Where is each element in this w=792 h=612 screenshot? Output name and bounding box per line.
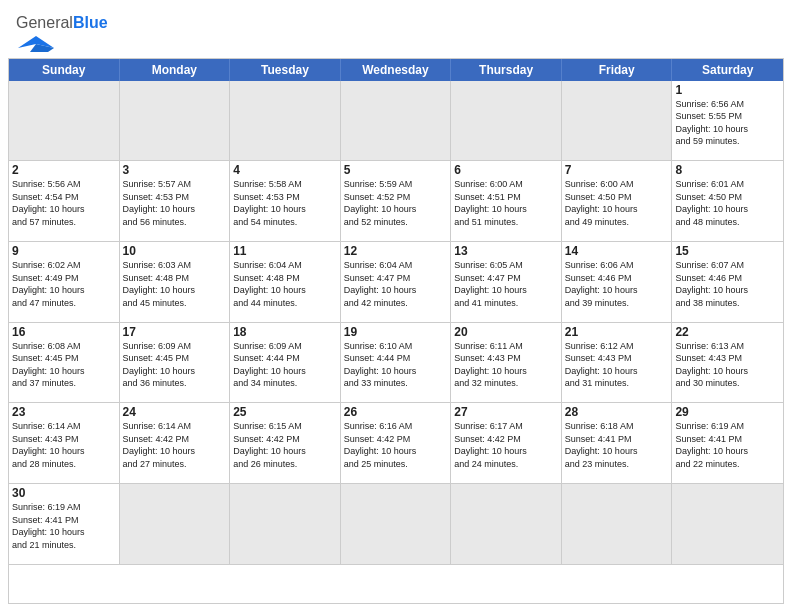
day-cell-13: 13Sunrise: 6:05 AMSunset: 4:47 PMDayligh… (451, 242, 562, 323)
day-cell-5: 5Sunrise: 5:59 AMSunset: 4:52 PMDaylight… (341, 161, 452, 242)
day-cell-23: 23Sunrise: 6:14 AMSunset: 4:43 PMDayligh… (9, 403, 120, 484)
empty-cell (120, 484, 231, 565)
day-number: 17 (123, 325, 227, 339)
day-header-tuesday: Tuesday (230, 59, 341, 81)
day-number: 22 (675, 325, 780, 339)
day-info: Sunrise: 6:08 AMSunset: 4:45 PMDaylight:… (12, 340, 116, 390)
day-cell-29: 29Sunrise: 6:19 AMSunset: 4:41 PMDayligh… (672, 403, 783, 484)
day-number: 7 (565, 163, 669, 177)
day-info: Sunrise: 6:14 AMSunset: 4:42 PMDaylight:… (123, 420, 227, 470)
day-cell-24: 24Sunrise: 6:14 AMSunset: 4:42 PMDayligh… (120, 403, 231, 484)
calendar-body: 1Sunrise: 6:56 AMSunset: 5:55 PMDaylight… (9, 81, 783, 565)
empty-cell (230, 81, 341, 162)
empty-cell (451, 484, 562, 565)
day-number: 25 (233, 405, 337, 419)
day-number: 11 (233, 244, 337, 258)
day-info: Sunrise: 6:16 AMSunset: 4:42 PMDaylight:… (344, 420, 448, 470)
day-number: 23 (12, 405, 116, 419)
day-number: 3 (123, 163, 227, 177)
day-info: Sunrise: 6:04 AMSunset: 4:47 PMDaylight:… (344, 259, 448, 309)
day-info: Sunrise: 6:09 AMSunset: 4:44 PMDaylight:… (233, 340, 337, 390)
day-cell-30: 30Sunrise: 6:19 AMSunset: 4:41 PMDayligh… (9, 484, 120, 565)
header: GeneralBlue (0, 0, 792, 58)
day-number: 2 (12, 163, 116, 177)
day-header-saturday: Saturday (672, 59, 783, 81)
day-info: Sunrise: 6:03 AMSunset: 4:48 PMDaylight:… (123, 259, 227, 309)
day-info: Sunrise: 5:58 AMSunset: 4:53 PMDaylight:… (233, 178, 337, 228)
day-cell-28: 28Sunrise: 6:18 AMSunset: 4:41 PMDayligh… (562, 403, 673, 484)
empty-cell (230, 484, 341, 565)
day-info: Sunrise: 6:09 AMSunset: 4:45 PMDaylight:… (123, 340, 227, 390)
day-number: 20 (454, 325, 558, 339)
empty-cell (341, 484, 452, 565)
day-cell-15: 15Sunrise: 6:07 AMSunset: 4:46 PMDayligh… (672, 242, 783, 323)
day-number: 26 (344, 405, 448, 419)
day-number: 19 (344, 325, 448, 339)
day-cell-9: 9Sunrise: 6:02 AMSunset: 4:49 PMDaylight… (9, 242, 120, 323)
day-number: 1 (675, 83, 780, 97)
day-info: Sunrise: 6:04 AMSunset: 4:48 PMDaylight:… (233, 259, 337, 309)
day-cell-19: 19Sunrise: 6:10 AMSunset: 4:44 PMDayligh… (341, 323, 452, 404)
day-header-thursday: Thursday (451, 59, 562, 81)
day-info: Sunrise: 6:12 AMSunset: 4:43 PMDaylight:… (565, 340, 669, 390)
day-number: 28 (565, 405, 669, 419)
day-number: 30 (12, 486, 116, 500)
day-number: 4 (233, 163, 337, 177)
day-cell-16: 16Sunrise: 6:08 AMSunset: 4:45 PMDayligh… (9, 323, 120, 404)
day-number: 10 (123, 244, 227, 258)
day-cell-18: 18Sunrise: 6:09 AMSunset: 4:44 PMDayligh… (230, 323, 341, 404)
day-cell-12: 12Sunrise: 6:04 AMSunset: 4:47 PMDayligh… (341, 242, 452, 323)
day-info: Sunrise: 6:56 AMSunset: 5:55 PMDaylight:… (675, 98, 780, 148)
day-number: 8 (675, 163, 780, 177)
logo-general: General (16, 14, 73, 31)
day-cell-17: 17Sunrise: 6:09 AMSunset: 4:45 PMDayligh… (120, 323, 231, 404)
day-info: Sunrise: 6:02 AMSunset: 4:49 PMDaylight:… (12, 259, 116, 309)
day-number: 9 (12, 244, 116, 258)
page: GeneralBlue SundayMondayTuesdayWednesday… (0, 0, 792, 612)
day-info: Sunrise: 5:56 AMSunset: 4:54 PMDaylight:… (12, 178, 116, 228)
empty-cell (341, 81, 452, 162)
day-number: 21 (565, 325, 669, 339)
day-cell-6: 6Sunrise: 6:00 AMSunset: 4:51 PMDaylight… (451, 161, 562, 242)
day-info: Sunrise: 6:11 AMSunset: 4:43 PMDaylight:… (454, 340, 558, 390)
day-number: 29 (675, 405, 780, 419)
day-number: 6 (454, 163, 558, 177)
empty-cell (9, 81, 120, 162)
day-info: Sunrise: 5:57 AMSunset: 4:53 PMDaylight:… (123, 178, 227, 228)
day-number: 15 (675, 244, 780, 258)
day-cell-8: 8Sunrise: 6:01 AMSunset: 4:50 PMDaylight… (672, 161, 783, 242)
day-cell-20: 20Sunrise: 6:11 AMSunset: 4:43 PMDayligh… (451, 323, 562, 404)
day-cell-22: 22Sunrise: 6:13 AMSunset: 4:43 PMDayligh… (672, 323, 783, 404)
day-number: 24 (123, 405, 227, 419)
day-info: Sunrise: 6:18 AMSunset: 4:41 PMDaylight:… (565, 420, 669, 470)
day-info: Sunrise: 6:01 AMSunset: 4:50 PMDaylight:… (675, 178, 780, 228)
day-info: Sunrise: 6:13 AMSunset: 4:43 PMDaylight:… (675, 340, 780, 390)
empty-cell (562, 484, 673, 565)
day-number: 16 (12, 325, 116, 339)
day-cell-3: 3Sunrise: 5:57 AMSunset: 4:53 PMDaylight… (120, 161, 231, 242)
day-number: 27 (454, 405, 558, 419)
day-info: Sunrise: 6:00 AMSunset: 4:50 PMDaylight:… (565, 178, 669, 228)
day-cell-21: 21Sunrise: 6:12 AMSunset: 4:43 PMDayligh… (562, 323, 673, 404)
day-info: Sunrise: 6:14 AMSunset: 4:43 PMDaylight:… (12, 420, 116, 470)
day-cell-1: 1Sunrise: 6:56 AMSunset: 5:55 PMDaylight… (672, 81, 783, 162)
day-info: Sunrise: 6:06 AMSunset: 4:46 PMDaylight:… (565, 259, 669, 309)
logo: GeneralBlue (16, 14, 108, 52)
day-info: Sunrise: 6:00 AMSunset: 4:51 PMDaylight:… (454, 178, 558, 228)
day-cell-4: 4Sunrise: 5:58 AMSunset: 4:53 PMDaylight… (230, 161, 341, 242)
day-info: Sunrise: 5:59 AMSunset: 4:52 PMDaylight:… (344, 178, 448, 228)
day-info: Sunrise: 6:19 AMSunset: 4:41 PMDaylight:… (12, 501, 116, 551)
day-cell-25: 25Sunrise: 6:15 AMSunset: 4:42 PMDayligh… (230, 403, 341, 484)
day-header-wednesday: Wednesday (341, 59, 452, 81)
day-info: Sunrise: 6:07 AMSunset: 4:46 PMDaylight:… (675, 259, 780, 309)
logo-blue: Blue (73, 14, 108, 31)
day-info: Sunrise: 6:10 AMSunset: 4:44 PMDaylight:… (344, 340, 448, 390)
day-info: Sunrise: 6:05 AMSunset: 4:47 PMDaylight:… (454, 259, 558, 309)
day-header-friday: Friday (562, 59, 673, 81)
day-cell-26: 26Sunrise: 6:16 AMSunset: 4:42 PMDayligh… (341, 403, 452, 484)
day-cell-2: 2Sunrise: 5:56 AMSunset: 4:54 PMDaylight… (9, 161, 120, 242)
day-info: Sunrise: 6:19 AMSunset: 4:41 PMDaylight:… (675, 420, 780, 470)
day-info: Sunrise: 6:17 AMSunset: 4:42 PMDaylight:… (454, 420, 558, 470)
day-cell-27: 27Sunrise: 6:17 AMSunset: 4:42 PMDayligh… (451, 403, 562, 484)
day-number: 5 (344, 163, 448, 177)
